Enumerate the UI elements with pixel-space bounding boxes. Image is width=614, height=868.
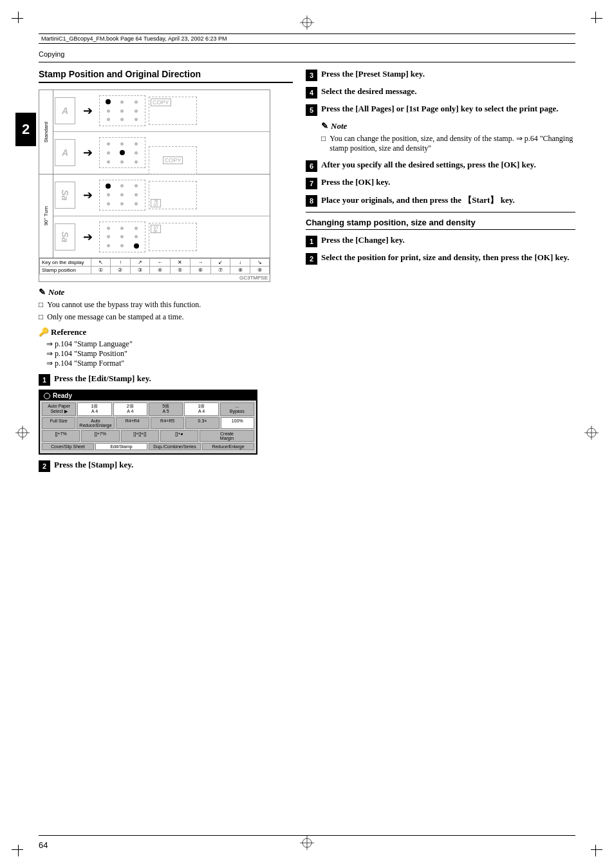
screen-btn-100[interactable]: 100% — [221, 417, 254, 429]
right-step-num-8: 8 — [306, 195, 317, 207]
right-step-text-6: After you specify all the desired settin… — [321, 160, 575, 170]
diagram-row-4: Sa ➔ — [53, 216, 270, 258]
screen-btn-a4-3[interactable]: 1倍A 4 — [184, 402, 218, 416]
right-step-7: 7 Press the [OK] key. — [306, 177, 575, 189]
ref-item-1: ⇒ p.104 "Stamp Language" — [46, 339, 293, 349]
section-label: Copying — [39, 50, 575, 58]
left-step-1: 1 Press the [Edit/Stamp] key. — [39, 373, 293, 386]
stamp-result-3: Sa — [99, 180, 145, 211]
right-step-4: 4 Select the desired message. — [306, 86, 575, 99]
grid-1 — [99, 95, 145, 126]
arrow-1: ➔ — [83, 104, 93, 118]
content-area: Copying Stamp Position and Original Dire… — [39, 50, 575, 823]
right-step-num-6: 6 — [306, 160, 317, 172]
right-step-num-7: 7 — [306, 178, 317, 189]
diagram-side-labels: Standard 90° Turn — [39, 90, 53, 258]
right-step-num-3: 3 — [306, 70, 317, 81]
screen-btn-dup[interactable]: Dup./Combine/Series — [149, 443, 201, 450]
note-text-2: Only one message can be stamped at a tim… — [47, 312, 293, 322]
key-row-1: Key on the display ↖ ↑ ↗ ← ✕ → ↙ ↓ ↘ — [40, 259, 270, 267]
right-step-num-5: 5 — [306, 104, 317, 116]
left-step-2: 2 Press the [Stamp] key. — [39, 460, 293, 472]
screen-btn-zoom[interactable]: 0.3× — [185, 417, 219, 429]
screen-btn-editstamp[interactable]: Edit/Stamp — [95, 443, 147, 450]
right-step-8: 8 Place your originals, and then press t… — [306, 194, 575, 207]
right-step-text-8: Place your originals, and then press the… — [321, 194, 575, 206]
screen-btn-reduce[interactable]: Reduce/Enlarge — [202, 443, 254, 450]
screen-btn-bypass[interactable]: ...Bypass — [220, 402, 254, 416]
sub-step-2: 2 Select the position for print, size an… — [306, 252, 575, 265]
page-number: 64 — [39, 840, 48, 850]
crop-mark-tr — [584, 12, 602, 30]
screen-btn-createmargin[interactable]: CreateMargin — [200, 430, 254, 442]
doc-icon-2: A — [55, 139, 75, 166]
note-bullet: □ — [39, 300, 43, 310]
crosshair-left — [15, 426, 30, 442]
screen-btn-fullsize[interactable]: Full Size — [42, 417, 75, 429]
screen-row-4: Cover/Slip Sheet Edit/Stamp Dup./Combine… — [42, 443, 254, 450]
right-step-text-3: Press the [Preset Stamp] key. — [321, 69, 575, 79]
screen-btn-a5[interactable]: 5倍A 5 — [149, 402, 183, 416]
sub-step-text-1: Press the [Change] key. — [321, 235, 575, 245]
screen-btn-a4-1[interactable]: 1倍A 4 — [77, 402, 111, 416]
right-step-num-4: 4 — [306, 87, 317, 99]
doc-icon-1: A — [55, 97, 75, 124]
screen-btn-r4r4[interactable]: R4+R4 — [116, 417, 149, 429]
screen-row-3: []+7% []+7% []+[]+[] []+● CreateMargin — [42, 430, 254, 442]
right-note-heading: ✎ Note — [321, 121, 575, 131]
crop-mark-br — [584, 838, 602, 856]
right-step-text-7: Press the [OK] key. — [321, 177, 575, 187]
right-step-6: 6 After you specify all the desired sett… — [306, 160, 575, 172]
note-item-1: □ You cannot use the bypass tray with th… — [39, 300, 293, 310]
screen-btn-op4[interactable]: []+● — [160, 430, 198, 442]
ref-item-3: ⇒ p.104 "Stamp Format" — [46, 359, 293, 368]
ref-icon: 🔑 — [39, 327, 49, 337]
screen-btn-autore[interactable]: Auto Reduce/Enlarge — [77, 417, 114, 429]
page: MartiniC1_GBcopy4_FM.book Page 64 Tuesda… — [0, 0, 614, 868]
step-num-2: 2 — [39, 460, 50, 472]
screen-btn-cover[interactable]: Cover/Slip Sheet — [42, 443, 94, 450]
crop-mark-tl — [12, 12, 30, 30]
note-section: ✎ Note □ You cannot use the bypass tray … — [39, 287, 293, 322]
arrow-4: ➔ — [83, 230, 93, 244]
note-item-2: □ Only one message can be stamped at a t… — [39, 312, 293, 322]
two-column-layout: Stamp Position and Original Direction St… — [39, 69, 575, 476]
top-bar: MartiniC1_GBcopy4_FM.book Page 64 Tuesda… — [39, 33, 575, 44]
arrow-2: ➔ — [83, 146, 93, 160]
stamp-result-1: COPY — [99, 95, 145, 126]
screen-btn-a4-2[interactable]: 2倍A 4 — [113, 402, 147, 416]
right-step-5: 5 Press the [All Pages] or [1st Page onl… — [306, 104, 575, 116]
diagram-row-3: Sa ➔ — [53, 175, 270, 216]
dot-active — [106, 99, 111, 104]
file-info: MartiniC1_GBcopy4_FM.book Page 64 Tuesda… — [41, 35, 227, 42]
right-note-text-1: You can change the position, size, and d… — [330, 134, 575, 153]
sub-step-1: 1 Press the [Change] key. — [306, 235, 575, 247]
crosshair-top — [300, 15, 314, 32]
step-num-1: 1 — [39, 374, 50, 386]
step-text-1: Press the [Edit/Stamp] key. — [54, 373, 293, 384]
sub-step-text-2: Select the position for print, size and … — [321, 252, 575, 263]
screen-btn-op2[interactable]: []+7% — [81, 430, 119, 442]
diagram-row-2: A ➔ — [53, 132, 270, 174]
right-note-item-1: □ You can change the position, size, and… — [321, 134, 575, 153]
right-note: ✎ Note □ You can change the position, si… — [321, 121, 575, 153]
screen-btn-r4r5[interactable]: R4+R5 — [151, 417, 184, 429]
crosshair-bottom — [300, 836, 314, 853]
ready-icon — [44, 393, 50, 399]
key-label-2: Stamp position — [40, 267, 91, 274]
screen-btn-op1[interactable]: []+7% — [42, 430, 80, 442]
note-heading: ✎ Note — [39, 287, 293, 297]
key-table: Key on the display ↖ ↑ ↗ ← ✕ → ↙ ↓ ↘ — [39, 258, 270, 281]
right-column: 3 Press the [Preset Stamp] key. 4 Select… — [306, 69, 575, 476]
key-row-2: Stamp position ① ② ③ ④ ⑤ ⑥ ⑦ ⑧ ⑨ — [40, 267, 270, 274]
sub-section-heading: Changing stamp position, size and densit… — [306, 218, 575, 230]
key-table-inner: Key on the display ↖ ↑ ↗ ← ✕ → ↙ ↓ ↘ — [39, 258, 270, 274]
reference-section: 🔑 Reference ⇒ p.104 "Stamp Language" ⇒ p… — [39, 327, 293, 368]
step-text-2: Press the [Stamp] key. — [54, 460, 293, 470]
doc-icon-4: Sa — [55, 223, 75, 250]
screen-btn-op3[interactable]: []+[]+[] — [121, 430, 159, 442]
bottom-hr — [39, 835, 575, 836]
section-heading: Stamp Position and Original Direction — [39, 69, 293, 83]
screen-btn-autopaper[interactable]: Auto PaperSelect ▶ — [42, 402, 76, 416]
mid-divider — [306, 212, 575, 212]
